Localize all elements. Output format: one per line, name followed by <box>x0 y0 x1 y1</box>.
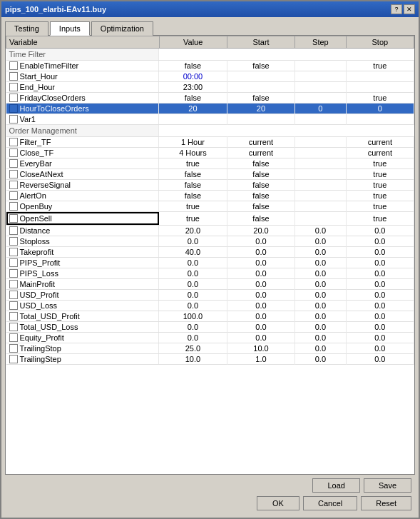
table-container[interactable]: Variable Value Start Step Stop Time Filt… <box>6 36 414 474</box>
variable-step[interactable] <box>295 61 347 71</box>
variable-value[interactable]: 0.0 <box>159 279 227 290</box>
variable-checkbox[interactable] <box>9 269 18 278</box>
variable-stop[interactable]: current <box>346 148 414 158</box>
variable-checkbox[interactable] <box>9 323 18 331</box>
table-row[interactable]: Var1 <box>6 114 414 125</box>
variable-step[interactable]: 0.0 <box>295 290 347 301</box>
variable-start[interactable]: 10.0 <box>227 343 294 354</box>
variable-start[interactable]: false <box>227 191 294 201</box>
variable-stop[interactable]: 0.0 <box>346 226 414 236</box>
variable-step[interactable] <box>295 114 347 125</box>
variable-stop[interactable]: 0.0 <box>346 279 414 290</box>
variable-stop[interactable]: 0.0 <box>346 354 414 365</box>
variable-start[interactable]: 20 <box>227 104 294 114</box>
variable-step[interactable] <box>295 148 347 158</box>
variable-value[interactable]: 0.0 <box>159 258 227 268</box>
variable-checkbox[interactable] <box>9 148 18 157</box>
table-row[interactable]: AlertOnfalsefalsetrue <box>6 191 414 201</box>
variable-stop[interactable]: true <box>346 158 414 169</box>
variable-checkbox[interactable] <box>9 333 18 342</box>
variable-value[interactable]: 10.0 <box>159 354 227 365</box>
table-row[interactable]: USD_Profit0.00.00.00.0 <box>6 290 414 301</box>
variable-step[interactable]: 0.0 <box>295 311 347 322</box>
variable-value[interactable]: 0.0 <box>159 333 227 343</box>
variable-start[interactable]: 0.0 <box>227 268 294 279</box>
variable-value[interactable]: 20.0 <box>159 226 227 236</box>
variable-step[interactable]: 0.0 <box>295 354 347 365</box>
variable-step[interactable]: 0.0 <box>295 322 347 333</box>
variable-stop[interactable]: 0.0 <box>346 311 414 322</box>
variable-stop[interactable]: true <box>346 212 414 226</box>
table-row[interactable]: EveryBartruefalsetrue <box>6 158 414 169</box>
variable-stop[interactable] <box>346 114 414 125</box>
table-row[interactable]: MainProfit0.00.00.00.0 <box>6 279 414 290</box>
variable-value[interactable]: 0.0 <box>159 290 227 301</box>
variable-stop[interactable]: current <box>346 137 414 148</box>
variable-value[interactable]: false <box>159 61 227 71</box>
variable-step[interactable] <box>295 82 347 93</box>
variable-checkbox[interactable] <box>9 301 18 310</box>
variable-stop[interactable]: 0.0 <box>346 301 414 311</box>
variable-start[interactable] <box>227 114 294 125</box>
ok-button[interactable]: OK <box>257 496 299 510</box>
table-row[interactable]: PIPS_Profit0.00.00.00.0 <box>6 258 414 268</box>
variable-start[interactable] <box>227 82 294 93</box>
tab-inputs[interactable]: Inputs <box>50 21 90 36</box>
variable-start[interactable]: 0.0 <box>227 301 294 311</box>
variable-step[interactable]: 0.0 <box>295 247 347 258</box>
variable-start[interactable]: false <box>227 169 294 180</box>
variable-checkbox[interactable] <box>9 312 18 321</box>
variable-step[interactable]: 0.0 <box>295 343 347 354</box>
variable-value[interactable]: 00:00 <box>159 71 227 82</box>
variable-start[interactable]: false <box>227 93 294 104</box>
variable-stop[interactable]: true <box>346 61 414 71</box>
table-row[interactable]: OpenSelltruefalsetrue <box>6 212 414 226</box>
table-row[interactable]: Stoploss0.00.00.00.0 <box>6 236 414 247</box>
variable-checkbox[interactable] <box>9 83 18 91</box>
variable-start[interactable]: 0.0 <box>227 247 294 258</box>
variable-start[interactable]: 0.0 <box>227 333 294 343</box>
variable-start[interactable]: 0.0 <box>227 311 294 322</box>
variable-step[interactable] <box>295 137 347 148</box>
variable-value[interactable]: true <box>159 158 227 169</box>
variable-start[interactable]: false <box>227 212 294 226</box>
reset-button[interactable]: Reset <box>361 496 411 510</box>
variable-step[interactable] <box>295 180 347 191</box>
variable-value[interactable]: 100.0 <box>159 311 227 322</box>
variable-checkbox[interactable] <box>9 237 18 246</box>
variable-step[interactable]: 0.0 <box>295 226 347 236</box>
variable-checkbox[interactable] <box>9 170 18 178</box>
variable-step[interactable] <box>295 212 347 226</box>
variable-value[interactable]: 1 Hour <box>159 137 227 148</box>
table-row[interactable]: USD_Loss0.00.00.00.0 <box>6 301 414 311</box>
variable-value[interactable]: 20 <box>159 104 227 114</box>
table-row[interactable]: Time Filter <box>6 49 414 61</box>
table-row[interactable]: TrailingStep10.01.00.00.0 <box>6 354 414 365</box>
table-row[interactable]: Filter_TF1 Hourcurrentcurrent <box>6 137 414 148</box>
tab-testing[interactable]: Testing <box>5 21 48 36</box>
variable-value[interactable] <box>159 114 227 125</box>
variable-step[interactable] <box>295 71 347 82</box>
variable-start[interactable]: 20.0 <box>227 226 294 236</box>
cancel-button[interactable]: Cancel <box>303 496 357 510</box>
variable-value[interactable]: 0.0 <box>159 236 227 247</box>
save-button[interactable]: Save <box>364 478 411 493</box>
table-row[interactable]: ReverseSignalfalsefalsetrue <box>6 180 414 191</box>
variable-stop[interactable]: 0.0 <box>346 322 414 333</box>
variable-stop[interactable]: 0.0 <box>346 343 414 354</box>
table-row[interactable]: CloseAtNextfalsefalsetrue <box>6 169 414 180</box>
variable-checkbox[interactable] <box>9 291 18 299</box>
variable-stop[interactable]: true <box>346 180 414 191</box>
variable-checkbox[interactable] <box>9 280 18 288</box>
variable-start[interactable]: false <box>227 180 294 191</box>
variable-value[interactable]: false <box>159 169 227 180</box>
variable-checkbox[interactable] <box>9 258 18 267</box>
variable-stop[interactable]: true <box>346 93 414 104</box>
variable-step[interactable]: 0 <box>295 104 347 114</box>
variable-value[interactable]: false <box>159 93 227 104</box>
variable-value[interactable]: false <box>159 191 227 201</box>
variable-checkbox[interactable] <box>9 181 18 189</box>
table-row[interactable]: End_Hour23:00 <box>6 82 414 93</box>
variable-checkbox[interactable] <box>9 94 18 102</box>
variable-value[interactable]: 0.0 <box>159 268 227 279</box>
